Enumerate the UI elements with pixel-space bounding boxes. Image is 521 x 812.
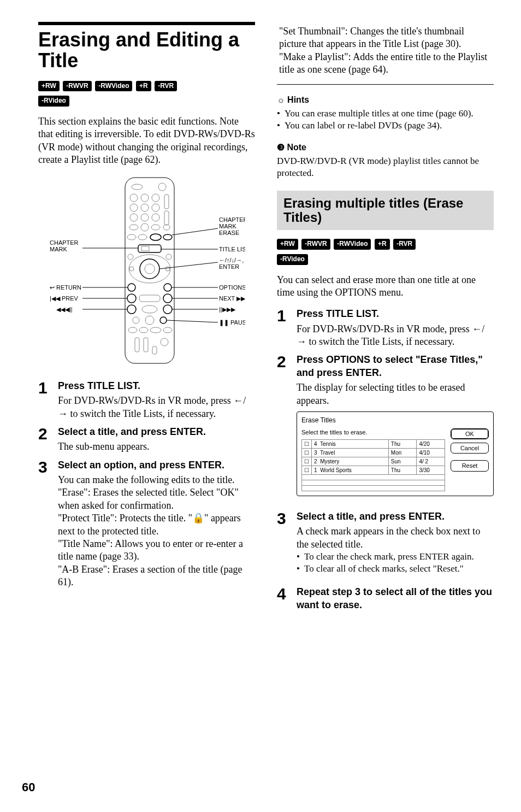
step-heading: Repeat step 3 to select all of the title…: [297, 586, 494, 611]
left-column: Erasing and Editing a Title +RW -RWVR -R…: [38, 22, 255, 619]
label-return: ↩ RETURN: [50, 284, 81, 291]
badge: +R: [375, 239, 390, 250]
step-number: 1: [38, 380, 58, 396]
step-text: For DVD-RWs/DVD-Rs in VR mode, press ←/→…: [58, 395, 255, 420]
svg-rect-0: [125, 178, 174, 363]
step-heading: Select an option, and press ENTER.: [58, 459, 255, 472]
svg-text:ENTER: ENTER: [219, 263, 239, 270]
continuation-text: "Set Thumbnail": Changes the title's thu…: [277, 25, 494, 77]
step-number: 3: [277, 510, 297, 527]
title-table: ☐ 4 Tennis Thu4/20 ☐ 3 Travel Mon4/10: [301, 439, 445, 491]
label-step-fwd: ||▶▶▶: [219, 306, 236, 313]
step-number: 3: [38, 459, 58, 475]
svg-text:ERASE: ERASE: [219, 230, 239, 236]
step-heading: Press OPTIONS to select "Erase Titles," …: [297, 354, 494, 379]
label-chapter-mark: CHAPTER: [50, 239, 79, 246]
step-heading: Select a title, and press ENTER.: [58, 426, 255, 438]
bullet-item: To clear the check mark, press ENTER aga…: [297, 551, 494, 563]
badge: -RWVR: [63, 81, 91, 92]
badge: -RVR: [393, 239, 416, 250]
cancel-button[interactable]: Cancel: [451, 443, 489, 454]
page-number: 60: [22, 780, 35, 796]
label-pause: ❚❚ PAUSE: [219, 319, 245, 326]
dialog-subtitle: Select the titles to erase.: [301, 428, 445, 436]
badge: -RVideo: [38, 96, 69, 107]
main-title: Erasing and Editing a Title: [38, 30, 255, 71]
label-arrows: ←/↑/↓/→,: [219, 257, 244, 263]
hints-heading: Hints: [277, 95, 494, 106]
badge: -RWVideo: [334, 239, 371, 250]
checkbox[interactable]: ☐: [302, 439, 312, 448]
step-text: For DVD-RWs/DVD-Rs in VR mode, press ←/→…: [297, 323, 494, 349]
label-title-list: TITLE LIST: [219, 246, 245, 252]
right-column: "Set Thumbnail": Changes the title's thu…: [277, 22, 494, 619]
svg-text:CHAPTER: CHAPTER: [219, 216, 245, 223]
section-title: Erasing multiple titles (Erase Titles): [283, 196, 487, 225]
step-text: You can make the following edits to the …: [58, 474, 255, 589]
remote-diagram: CHAPTER MARK ↩ RETURN |◀◀ PREV ◀◀◀|| CHA…: [38, 175, 255, 369]
step-number: 4: [277, 586, 297, 602]
note-heading: Note: [277, 142, 494, 154]
table-row[interactable]: ☐ 1 World Sports Thu3/30: [302, 466, 445, 474]
hints-list: You can erase multiple titles at one tim…: [277, 108, 494, 132]
note-text: DVD-RW/DVD-R (VR mode) playlist titles c…: [277, 155, 494, 179]
step-number: 2: [277, 354, 297, 370]
disc-badges-group-2: +RW -RWVR -RWVideo +R -RVR -RVideo: [277, 237, 494, 267]
bullet-item: To clear all of check marks, select "Res…: [297, 563, 494, 575]
ok-button[interactable]: OK: [451, 428, 489, 439]
label-next: NEXT ▶▶|: [219, 295, 245, 302]
heading-rule: [38, 22, 255, 25]
badge: -RVideo: [277, 254, 308, 265]
step-right-1: 1 Press TITLE LIST. For DVD-RWs/DVD-Rs i…: [277, 308, 494, 348]
step-text: The sub-menu appears.: [58, 440, 255, 453]
label-options: OPTIONS: [219, 284, 245, 291]
badge: -RWVR: [301, 239, 330, 250]
disc-badges-group-1: +RW -RWVR -RWVideo +R -RVR -RVideo: [38, 79, 255, 109]
step-2: 2 Select a title, and press ENTER. The s…: [38, 426, 255, 454]
section-heading-box: Erasing multiple titles (Erase Titles): [277, 191, 494, 231]
step-heading: Press TITLE LIST.: [58, 380, 255, 392]
step-1: 1 Press TITLE LIST. For DVD-RWs/DVD-Rs i…: [38, 380, 255, 420]
svg-text:MARK: MARK: [50, 246, 67, 252]
step-heading: Press TITLE LIST.: [297, 308, 494, 320]
step-right-2: 2 Press OPTIONS to select "Erase Titles,…: [277, 354, 494, 504]
step-number: 2: [38, 426, 58, 442]
badge: +RW: [38, 81, 60, 92]
section-intro: You can select and erase more than one t…: [277, 274, 494, 299]
label-prev: |◀◀ PREV: [50, 295, 79, 302]
badge: +RW: [277, 239, 298, 250]
intro-paragraph: This section explains the basic edit fun…: [38, 115, 255, 167]
step-bullets: To clear the check mark, press ENTER aga…: [297, 551, 494, 575]
badge: -RWVideo: [95, 81, 132, 92]
label-step-back: ◀◀◀||: [56, 306, 73, 313]
hint-item: You can label or re-label DVDs (page 34)…: [277, 120, 494, 132]
table-row[interactable]: ☐ 3 Travel Mon4/10: [302, 448, 445, 457]
table-row[interactable]: ☐ 4 Tennis Thu4/20: [302, 439, 445, 448]
table-row[interactable]: ☐ 2 Mystery Sun4/ 2: [302, 457, 445, 466]
divider: [277, 84, 494, 85]
badge: -RVR: [155, 81, 177, 92]
hint-item: You can erase multiple titles at one tim…: [277, 108, 494, 120]
step-text: A check mark appears in the check box ne…: [297, 525, 494, 551]
checkbox[interactable]: ☐: [302, 466, 312, 474]
step-right-4: 4 Repeat step 3 to select all of the tit…: [277, 586, 494, 614]
checkbox[interactable]: ☐: [302, 457, 312, 466]
erase-titles-dialog: Erase Titles Select the titles to erase.…: [297, 411, 494, 496]
badge: +R: [136, 81, 151, 92]
step-right-3: 3 Select a title, and press ENTER. A che…: [277, 510, 494, 580]
svg-line-54: [172, 228, 218, 235]
checkbox[interactable]: ☐: [302, 448, 312, 457]
dialog-title: Erase Titles: [301, 416, 489, 425]
step-text: The display for selecting titles to be e…: [297, 381, 494, 407]
step-heading: Select a title, and press ENTER.: [297, 510, 494, 523]
step-3: 3 Select an option, and press ENTER. You…: [38, 459, 255, 589]
reset-button[interactable]: Reset: [451, 460, 489, 471]
svg-text:MARK: MARK: [219, 223, 236, 230]
step-number: 1: [277, 308, 297, 324]
